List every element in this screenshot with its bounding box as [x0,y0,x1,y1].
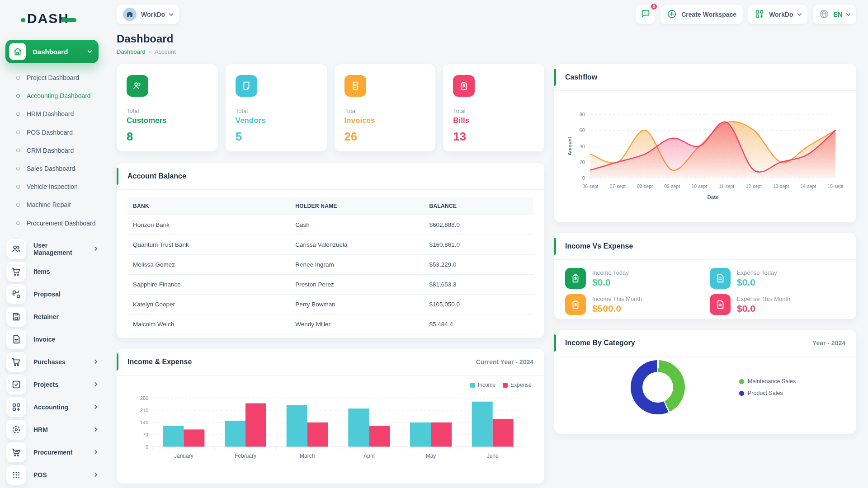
vendors-icon [236,75,257,97]
sidebar-item-dashboard[interactable]: Dashboard [5,40,99,63]
table-row[interactable]: Horizon BankCash$602,888.0 [127,215,533,235]
topbar: WorkDo 0 Create Workspace WorkDo EN [105,0,868,29]
svg-text:11-sept: 11-sept [719,183,734,189]
sidebar-item-retainer[interactable]: Retainer [0,305,105,328]
sidebar-item-user-management[interactable]: User Management [0,238,105,260]
sidebar-subitem-machine-repair[interactable]: Machine Repair [0,196,105,214]
sidebar-item-pos[interactable]: POS [0,464,105,486]
legend-item-maintenance-sales[interactable]: Maintenance Sales [739,378,796,385]
sidebar-subitem-sales-dashboard[interactable]: Sales Dashboard [0,160,105,178]
svg-text:0: 0 [582,175,585,181]
svg-text:10-sept: 10-sept [691,183,707,189]
sidebar-item-purchases[interactable]: Purchases [0,351,105,373]
bullet-icon [16,167,20,170]
income-vs-expense-item-value: $0.0 [737,303,790,314]
legend-item-product-sales[interactable]: Product Sales [739,390,796,396]
bar-income-april [348,408,369,447]
plus-circle-icon [667,9,677,20]
sidebar-item-label: Items [33,268,50,275]
table-row[interactable]: Malcolm WelchWendy Miller$5,484.4 [127,314,533,334]
sidebar-subitem-pos-dashboard[interactable]: POS Dashboard [0,123,105,141]
legend-item-expense[interactable]: Expense [503,382,532,388]
stat-card-invoices[interactable]: Total Invoices 26 [335,64,436,151]
legend-dot [739,379,744,384]
sidebar-item-invoice[interactable]: Invoice [0,328,105,351]
bills-icon [453,75,475,97]
workspace-switcher[interactable]: WorkDo [117,5,179,24]
create-workspace-label: Create Workspace [681,11,736,18]
income-vs-expense-card: Income Vs Expense Income Today $0.0 Expe… [554,233,856,319]
stat-card-customers[interactable]: Total Customers 8 [117,64,218,151]
income-expense-title: Income & Expense [127,358,192,366]
topbar-actions: 0 Create Workspace WorkDo EN [636,5,856,24]
right-column: Cashflow 020406080Amount06-sept07-sept08… [554,64,856,483]
sidebar-item-procurement[interactable]: Procurement [0,441,105,464]
income-vs-expense-item-label: Expense This Month [737,296,790,302]
legend-label: Product Sales [748,390,783,396]
sidebar-main-list: User Management Items Proposal Retainer … [0,236,105,488]
income-by-category-period: Year - 2024 [812,339,845,347]
income-expense-bar-chart: 070140210280JanuaryFebruaryMarchAprilMay… [127,380,533,478]
cashflow-header: Cashflow [554,64,856,91]
sidebar: DASH Dashboard Project Dashboard Account… [0,0,105,488]
svg-text:January: January [174,453,193,459]
logo-dash-icon [61,18,76,22]
sidebar-item-hrm[interactable]: HRM [0,418,105,441]
stat-card-vendors[interactable]: Total Vendors 5 [226,64,327,151]
retainer-icon [6,307,26,327]
sidebar-subitem-label: POS Dashboard [27,128,73,136]
sidebar-subitem-project-dashboard[interactable]: Project Dashboard [0,69,105,87]
chevron-right-icon [93,405,98,409]
table-row[interactable]: Sapphire FinancePreston Perez$81,653.3 [127,275,533,295]
stat-prefix: Total [236,108,317,114]
donut-hole [642,372,673,403]
messages-button[interactable]: 0 [636,5,655,24]
sidebar-item-projects[interactable]: Projects [0,373,105,396]
sidebar-item-items[interactable]: Items [0,260,105,283]
table-row[interactable]: Katelyn CooperPerry Bowman$105,050.0 [127,295,533,314]
stat-label: Invoices [344,116,426,125]
sidebar-item-proposal[interactable]: Proposal [0,283,105,305]
sidebar-subitem-procurement-dashboard[interactable]: Procurement Dashboard [0,214,105,232]
bar-income-may [410,422,431,447]
legend-item-income[interactable]: Income [470,382,495,388]
income-icon [565,294,586,315]
stat-label: Vendors [236,116,317,125]
bar-expense-may [431,422,452,447]
table-row[interactable]: Quantum Trust BankCarissa Valenzuela$160… [127,235,533,255]
svg-text:15-sept: 15-sept [827,183,843,189]
brand-logo[interactable]: DASH [0,8,105,29]
sidebar-subitem-hrm-dashboard[interactable]: HRM Dashboard [0,105,105,123]
stat-card-bills[interactable]: Total Bills 13 [443,64,544,151]
sidebar-item-label: Projects [33,381,58,388]
users-icon [6,239,26,259]
income-vs-expense-item-value: $0.0 [592,277,629,288]
sidebar-subitem-accounting-dashboard[interactable]: Accounting Dashboard [0,87,105,105]
table-row[interactable]: Melissa GomezRenee Ingram$53,229.0 [127,255,533,275]
breadcrumb-separator: › [149,48,151,55]
stat-value: 8 [127,130,208,144]
building-icon [126,10,133,19]
page-title: Dashboard [117,33,856,45]
grid-plus-icon [755,9,764,20]
svg-text:0: 0 [146,444,148,450]
breadcrumb-link-dashboard[interactable]: Dashboard [117,48,146,55]
svg-text:09-sept: 09-sept [664,183,680,189]
cashflow-card: Cashflow 020406080Amount06-sept07-sept08… [554,64,856,222]
sidebar-subitem-vehicle-inspection[interactable]: Vehicle Inspection [0,178,105,196]
stat-label: Bills [453,116,534,125]
svg-text:June: June [487,453,499,459]
svg-text:May: May [426,453,436,459]
workdo-menu-button[interactable]: WorkDo [748,5,807,24]
create-workspace-button[interactable]: Create Workspace [660,5,743,24]
table-cell: Carissa Valenzuela [290,235,424,255]
legend-label: Expense [510,382,532,388]
sidebar-subitem-label: Sales Dashboard [27,164,75,173]
bullet-icon [16,185,20,188]
bar-income-january [163,426,184,447]
stat-label: Customers [127,116,208,125]
sidebar-subitem-crm-dashboard[interactable]: CRM Dashboard [0,141,105,160]
sidebar-item-accounting[interactable]: Accounting [0,396,105,418]
table-cell: Melissa Gomez [127,255,290,275]
language-selector[interactable]: EN [813,5,856,24]
